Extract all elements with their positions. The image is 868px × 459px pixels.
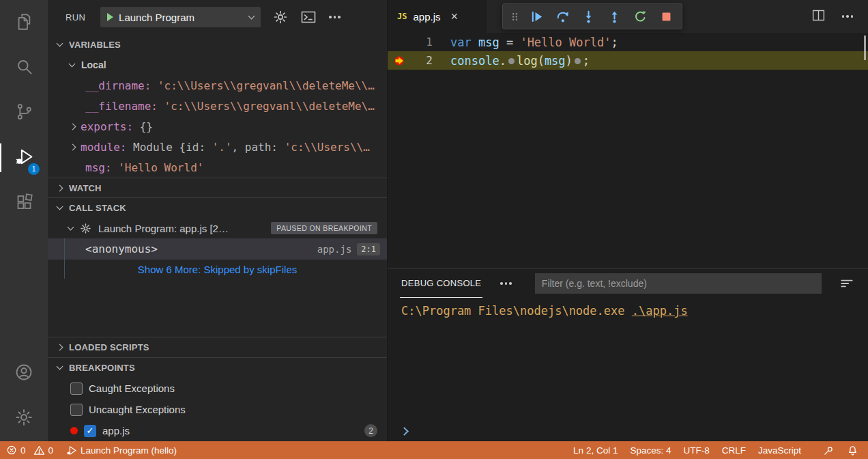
chevron-down-icon [68,223,74,230]
call-stack-session[interactable]: Launch Program: app.js [2… PAUSED ON BRE… [48,218,387,238]
editor-area: JS app.js × [387,0,868,441]
section-breakpoints[interactable]: BREAKPOINTS [48,357,387,378]
warning-count: 0 [48,445,54,456]
chevron-down-icon [57,204,63,210]
console-filter-input[interactable] [535,273,822,294]
uncaught-exceptions-checkbox[interactable] [70,404,83,416]
code-editor[interactable]: 1 var msg = 'Hello World'; 2 console.log… [388,33,868,268]
appjs-breakpoint-checkbox[interactable]: ✓ [84,425,96,437]
step-over-button[interactable] [552,6,573,27]
debug-session-label: Launch Program (hello) [81,445,177,456]
step-out-button[interactable] [604,6,624,27]
breakpoint-dot-icon [70,427,78,434]
console-output-text: C:\Program Files\nodejs\node.exe [401,304,632,318]
filter-lines-icon[interactable] [839,276,854,291]
indentation-status[interactable]: Spaces: 4 [624,441,677,459]
problems-status[interactable]: 0 0 [0,441,59,459]
activity-run-and-debug[interactable]: 1 [0,135,48,180]
status-bar-left: 0 0 Launch Program (hello) [0,441,183,459]
activity-settings[interactable] [0,396,48,441]
stop-button[interactable] [656,6,676,27]
language-mode-status[interactable]: JavaScript [752,441,807,459]
panel-more-tabs-icon[interactable] [500,282,512,285]
error-icon [6,445,17,456]
repl-prompt-icon [400,427,409,436]
chevron-down-icon [69,60,76,67]
pin-status[interactable] [817,441,841,459]
activity-extensions[interactable] [0,180,48,225]
variables-scope-local[interactable]: Local [48,55,387,75]
activity-source-control[interactable] [0,90,48,135]
variable-msg[interactable]: msg: 'Hello World' [48,157,387,178]
debug-status-icon [66,445,77,456]
section-loaded-scripts[interactable]: LOADED SCRIPTS [48,337,387,357]
sidebar-title: RUN [66,12,85,23]
console-output-file-link[interactable]: .\app.js [632,304,688,318]
section-watch[interactable]: WATCH [48,178,387,197]
stack-frame-anonymous[interactable]: <anonymous> app.js 2:1 [48,238,387,260]
eol-status[interactable]: CRLF [716,441,752,459]
close-tab-icon[interactable]: × [450,10,458,23]
line-number: 1 [411,36,433,48]
debug-console-icon[interactable] [300,9,317,25]
show-more-frames-link[interactable]: Show 6 More: Skipped by skipFiles [138,264,297,275]
editor-scrollbar-thumb[interactable] [864,36,866,60]
activity-explorer[interactable] [0,0,48,45]
console-input-row[interactable] [401,428,407,434]
activity-bar: 1 [0,0,48,441]
frame-position-badge: 2:1 [357,243,380,255]
warning-icon [33,445,45,456]
split-editor-icon[interactable] [811,8,826,25]
step-into-button[interactable] [578,6,598,27]
activity-search[interactable] [0,45,48,90]
inline-breakpoint-candidate-icon[interactable] [575,58,581,64]
inline-breakpoint-candidate-icon[interactable] [508,58,515,64]
chevron-down-icon [57,363,63,370]
encoding-status[interactable]: UTF-8 [677,441,715,459]
continue-button[interactable] [526,6,547,27]
paused-breakpoint-gutter[interactable] [388,55,411,66]
notifications-status[interactable] [841,441,868,459]
toolbar-drag-handle[interactable] [508,6,521,27]
variable-exports[interactable]: exports: {} [48,116,387,137]
start-debugging-icon [107,13,113,21]
status-bar: 0 0 Launch Program (hello) Ln 2, [0,441,868,459]
debug-toolbar [502,3,682,29]
vscode-window: 1 [0,0,868,459]
restart-button[interactable] [630,6,650,27]
more-actions-icon[interactable] [329,16,341,18]
session-label: Launch Program: app.js [2… [98,223,229,234]
chevron-down-icon [57,40,63,46]
activity-bar-spacer [0,225,48,351]
configure-gear-icon[interactable] [273,10,288,25]
console-output-line: C:\Program Files\nodejs\node.exe .\app.j… [388,298,868,318]
launch-config-dropdown[interactable]: Launch Program [100,7,261,27]
cursor-position-status[interactable]: Ln 2, Col 1 [567,441,624,459]
frame-file-label: app.js [317,244,352,255]
more-editor-actions-icon[interactable] [842,15,854,18]
breakpoint-appjs: ✓ app.js 2 [48,420,387,441]
launch-config-label: Launch Program [119,12,244,23]
bell-icon [847,445,858,456]
chevron-down-icon [248,12,255,19]
chevron-right-icon [70,123,76,130]
breakpoint-caught-exceptions: Caught Exceptions [48,378,387,399]
variable-module[interactable]: module: Module {id: '.' , path: 'c:\\Use… [48,137,387,157]
javascript-file-icon: JS [397,12,407,21]
search-icon [15,57,33,79]
section-variables[interactable]: VARIABLES [48,34,387,55]
activity-accounts[interactable] [0,351,48,396]
caught-exceptions-checkbox[interactable] [70,382,83,395]
tab-appjs[interactable]: JS app.js × [388,0,487,33]
tab-debug-console[interactable]: DEBUG CONSOLE [400,269,482,298]
chevron-right-icon [57,344,63,351]
variable-dirname[interactable]: __dirname: 'c:\\Users\\gregvanl\\deleteM… [48,75,387,96]
panel-header: DEBUG CONSOLE [388,268,868,298]
error-count: 0 [20,445,26,456]
variable-filename[interactable]: __filename: 'c:\\Users\\gregvanl\\delete… [48,96,387,116]
active-debug-session-status[interactable]: Launch Program (hello) [59,441,183,459]
line-number: 2 [411,54,433,67]
extensions-icon [15,193,33,214]
section-call-stack[interactable]: CALL STACK [48,197,387,218]
account-icon [14,363,33,385]
